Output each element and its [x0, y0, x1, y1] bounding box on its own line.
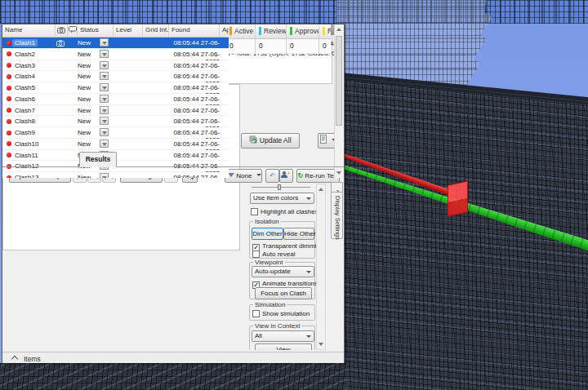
tests-col-reviewed[interactable]: Reviewed: [256, 24, 287, 39]
clash-name[interactable]: Clash9: [15, 129, 35, 136]
results-row[interactable]: Clash3 New 08:05:44 27-06-2022: [2, 60, 229, 72]
chevron-down-icon: [102, 176, 107, 178]
tests-col-resolved[interactable]: R: [319, 24, 331, 39]
checkbox-icon[interactable]: [252, 310, 260, 317]
test-row-active: 0: [226, 39, 256, 54]
active-swatch: [229, 27, 232, 35]
dim-other-button[interactable]: Dim Other: [252, 228, 283, 240]
tests-col-active[interactable]: Active: [226, 24, 256, 39]
results-row[interactable]: Clash6 New 08:05:44 27-06-2022: [2, 94, 229, 105]
results-row[interactable]: Clash4 New 08:05:44 27-06-2022: [2, 71, 229, 82]
tests-col-approved[interactable]: Approved: [287, 24, 319, 39]
status-dropdown[interactable]: [100, 106, 109, 114]
clash-highlight-marker: [448, 180, 468, 216]
hide-other-button[interactable]: Hide Other: [283, 228, 314, 240]
results-col-status[interactable]: Status: [78, 24, 114, 38]
tab-results[interactable]: Results: [79, 152, 117, 167]
view-button[interactable]: View: [255, 343, 312, 350]
test-row-approved: 0: [287, 39, 319, 54]
scroll-down-icon[interactable]: [318, 343, 323, 346]
clash-status: New: [78, 51, 91, 58]
clash-name[interactable]: Clash8: [15, 117, 35, 125]
tab-display-settings[interactable]: Display Settings: [331, 192, 343, 239]
results-row[interactable]: Clash1 New 08:05:44 27-06-2022: [2, 38, 229, 49]
scroll-up-icon[interactable]: [336, 28, 341, 31]
use-item-colors-dropdown[interactable]: Use item colors: [250, 193, 314, 204]
view-context-dropdown[interactable]: All: [252, 330, 314, 342]
highlight-all-clashes-checkbox[interactable]: Highlight all clashes: [251, 208, 316, 216]
dimming-slider-thumb[interactable]: [278, 184, 281, 190]
highlight-button[interactable]: +: [279, 169, 293, 183]
status-dropdown[interactable]: [100, 61, 109, 69]
results-col-approved[interactable]: Ap: [220, 24, 229, 38]
clash-name[interactable]: Clash2: [15, 51, 35, 58]
status-dropdown[interactable]: [100, 117, 109, 125]
results-col-camera[interactable]: [56, 24, 68, 38]
scroll-down-icon[interactable]: [336, 171, 341, 175]
clash-name[interactable]: Clash10: [15, 140, 38, 148]
clash-name[interactable]: Clash7: [15, 107, 35, 114]
results-row[interactable]: Clash8 New 08:05:44 27-06-2022: [2, 116, 229, 127]
view-in-context-title: View in Context: [253, 322, 301, 330]
status-dropdown[interactable]: [100, 83, 109, 91]
clash-name[interactable]: Clash11: [15, 152, 38, 159]
clash-name[interactable]: Clash6: [15, 95, 35, 103]
results-col-grid[interactable]: Grid Int...: [143, 24, 169, 38]
filter-dropdown[interactable]: None: [225, 169, 262, 183]
viewpoint-title: Viewpoint: [253, 259, 285, 266]
results-row[interactable]: Clash2 New 08:05:44 27-06-2022: [2, 49, 229, 60]
results-row[interactable]: Clash10 New 08:05:44 27-06-2022: [2, 139, 229, 150]
checkbox-icon[interactable]: [252, 250, 260, 258]
status-dropdown[interactable]: [100, 50, 109, 58]
chevron-down-icon: [102, 98, 107, 101]
status-dropdown[interactable]: [100, 95, 109, 103]
camera-icon: [57, 27, 65, 33]
clash-name[interactable]: Clash3: [15, 62, 35, 69]
sidebar-scrollbar[interactable]: [316, 184, 326, 350]
checkbox-icon[interactable]: [251, 208, 258, 215]
chevron-down-icon: [102, 42, 107, 45]
chevron-down-icon: [256, 174, 261, 176]
results-col-name[interactable]: Name: [2, 24, 56, 38]
clash-name[interactable]: Clash5: [15, 84, 35, 91]
clash-status-dot-icon: [7, 108, 11, 113]
scrollbar-thumb[interactable]: [336, 36, 342, 126]
results-col-found[interactable]: Found: [169, 24, 220, 38]
focus-on-clash-button[interactable]: Focus on Clash: [255, 287, 312, 299]
results-vertical-scrollbar[interactable]: [334, 24, 344, 178]
clash-name[interactable]: Clash1: [12, 39, 38, 47]
chevron-down-icon: [102, 86, 107, 90]
dimming-slider-track[interactable]: [252, 187, 310, 188]
collapse-items-icon[interactable]: [11, 356, 18, 362]
clash-name[interactable]: Clash13: [15, 174, 38, 178]
refresh-icon: ↻: [297, 172, 303, 179]
results-row[interactable]: Clash9 New 08:05:44 27-06-2022: [2, 127, 229, 139]
isolation-group: Isolation Dim Other Hide Other Transpare…: [249, 221, 315, 259]
reset-viewpoint-button[interactable]: ↶: [265, 169, 279, 183]
status-dropdown[interactable]: [100, 128, 109, 136]
clash-status: New: [78, 140, 91, 148]
clash-status: New: [78, 39, 91, 47]
clash-name[interactable]: Clash4: [15, 73, 35, 80]
auto-reveal-checkbox[interactable]: Auto reveal: [252, 250, 295, 259]
items-section-bar[interactable]: Items: [2, 352, 344, 363]
chevron-down-icon: [102, 109, 107, 113]
clash-status-dot-icon: [7, 86, 11, 91]
auto-update-dropdown[interactable]: Auto-update: [252, 266, 314, 277]
results-row[interactable]: Clash7 New 08:05:44 27-06-2022: [2, 105, 229, 117]
results-row[interactable]: Clash5 New 08:05:44 27-06-2022: [2, 82, 229, 94]
clash-status-dot-icon: [7, 74, 11, 79]
show-simulation-checkbox[interactable]: Show simulation: [252, 310, 310, 318]
results-row[interactable]: Clash13 New 08:05:44 27-06-2022: [2, 172, 229, 178]
update-all-button[interactable]: Update All: [241, 133, 300, 148]
status-dropdown[interactable]: [100, 38, 109, 47]
status-dropdown[interactable]: [100, 140, 109, 148]
resolved-swatch: [323, 27, 325, 35]
clash-status-dot-icon: [7, 175, 11, 179]
clash-status: New: [78, 129, 91, 136]
results-col-comment[interactable]: [68, 24, 78, 38]
status-dropdown[interactable]: [100, 173, 109, 178]
results-col-level[interactable]: Level: [114, 24, 143, 38]
status-dropdown[interactable]: [100, 72, 109, 80]
scroll-up-icon[interactable]: [318, 188, 323, 191]
